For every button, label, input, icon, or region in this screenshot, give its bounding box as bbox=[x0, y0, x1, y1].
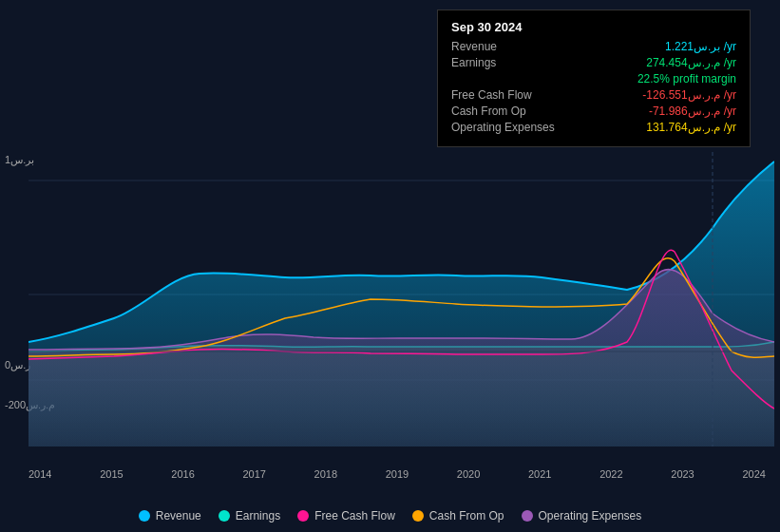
revenue-value: 1.221بر.س /yr bbox=[665, 40, 736, 53]
tooltip-row-revenue: Revenue 1.221بر.س /yr bbox=[451, 40, 736, 53]
legend-dot-opex bbox=[522, 510, 533, 522]
legend-dot-revenue bbox=[139, 510, 150, 522]
legend-label-opex: Operating Expenses bbox=[539, 509, 642, 522]
margin-value: 22.5% profit margin bbox=[637, 72, 736, 86]
x-2018: 2018 bbox=[314, 468, 337, 480]
x-2015: 2015 bbox=[100, 468, 123, 480]
x-2020: 2020 bbox=[457, 468, 480, 480]
tooltip-row-opex: Operating Expenses 131.764م.ر.س /yr bbox=[451, 121, 736, 134]
legend-label-revenue: Revenue bbox=[156, 509, 201, 522]
tooltip-row-earnings: Earnings 274.454م.ر.س /yr bbox=[451, 56, 736, 69]
legend-dot-fcf bbox=[297, 510, 309, 522]
x-2024: 2024 bbox=[742, 468, 765, 480]
tooltip-row-cfo: Cash From Op -71.986م.ر.س /yr bbox=[451, 104, 736, 118]
legend-earnings[interactable]: Earnings bbox=[219, 509, 280, 522]
x-2017: 2017 bbox=[242, 468, 265, 480]
x-2022: 2022 bbox=[599, 468, 622, 480]
y-label-mid: 0ر.س bbox=[5, 359, 30, 371]
legend-dot-earnings bbox=[219, 510, 230, 522]
tooltip-date: Sep 30 2024 bbox=[451, 20, 736, 34]
legend: Revenue Earnings Free Cash Flow Cash Fro… bbox=[0, 509, 780, 522]
legend-label-cfo: Cash From Op bbox=[429, 509, 504, 522]
legend-label-earnings: Earnings bbox=[236, 509, 280, 522]
x-2021: 2021 bbox=[528, 468, 551, 480]
tooltip-panel: Sep 30 2024 Revenue 1.221بر.س /yr Earnin… bbox=[437, 10, 751, 147]
legend-dot-cfo bbox=[412, 510, 424, 522]
x-2016: 2016 bbox=[171, 468, 194, 480]
tooltip-row-margin: 22.5% profit margin bbox=[451, 72, 736, 86]
legend-opex[interactable]: Operating Expenses bbox=[522, 509, 642, 522]
tooltip-row-fcf: Free Cash Flow -126.551م.ر.س /yr bbox=[451, 88, 736, 102]
fcf-label: Free Cash Flow bbox=[451, 88, 532, 102]
cfo-label: Cash From Op bbox=[451, 104, 526, 118]
legend-fcf[interactable]: Free Cash Flow bbox=[297, 509, 395, 522]
cfo-value: -71.986م.ر.س /yr bbox=[649, 104, 736, 118]
fcf-value: -126.551م.ر.س /yr bbox=[642, 88, 736, 102]
x-2023: 2023 bbox=[671, 468, 694, 480]
x-2014: 2014 bbox=[29, 468, 51, 480]
x-2019: 2019 bbox=[386, 468, 409, 480]
chart-svg bbox=[29, 152, 774, 456]
legend-revenue[interactable]: Revenue bbox=[139, 509, 201, 522]
legend-cfo[interactable]: Cash From Op bbox=[412, 509, 504, 522]
revenue-label: Revenue bbox=[451, 40, 497, 53]
earnings-value: 274.454م.ر.س /yr bbox=[646, 56, 736, 69]
chart-container: Sep 30 2024 Revenue 1.221بر.س /yr Earnin… bbox=[0, 0, 780, 532]
opex-label: Operating Expenses bbox=[451, 121, 555, 134]
legend-label-fcf: Free Cash Flow bbox=[314, 509, 395, 522]
opex-value: 131.764م.ر.س /yr bbox=[646, 121, 736, 134]
earnings-label: Earnings bbox=[451, 56, 496, 69]
x-axis: 2014 2015 2016 2017 2018 2019 2020 2021 … bbox=[29, 468, 766, 480]
